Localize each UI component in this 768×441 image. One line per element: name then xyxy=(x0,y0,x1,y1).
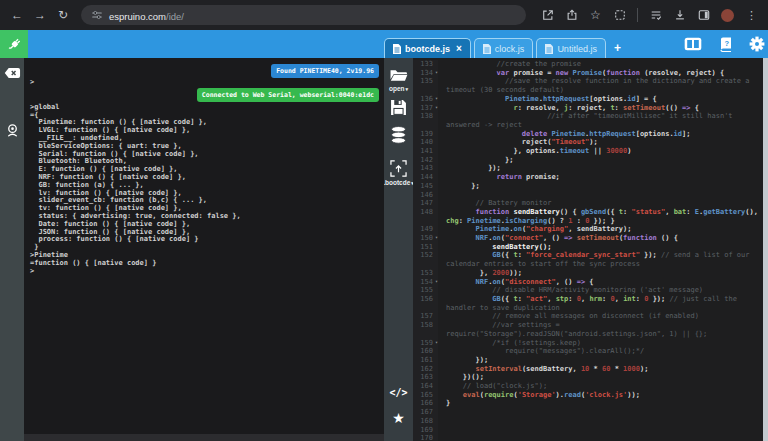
editor-vscrollbar[interactable] xyxy=(763,58,768,441)
split-view-icon[interactable] xyxy=(684,37,702,51)
code-editor[interactable]: 133 //create the promise134▾ var promise… xyxy=(413,58,768,441)
storage-icon[interactable] xyxy=(390,126,407,145)
line-number: 149 xyxy=(413,225,438,234)
line-number: 159▾ xyxy=(413,339,438,348)
reading-list-icon[interactable] xyxy=(649,9,662,22)
connect-button[interactable] xyxy=(0,30,28,58)
code-lines[interactable]: 133 //create the promise134▾ var promise… xyxy=(413,58,768,441)
line-number: 145 xyxy=(413,182,438,191)
browser-action-icons: ☆ ⋮ xyxy=(541,8,758,22)
line-number: 139 xyxy=(413,130,438,139)
file-icon xyxy=(393,44,401,54)
settings-gear-icon[interactable] xyxy=(749,36,765,52)
profile-avatar[interactable] xyxy=(721,9,734,22)
share-icon[interactable] xyxy=(565,9,578,22)
address-bar[interactable]: espruino.com/ide/ xyxy=(81,5,526,25)
code-line: 144 return promise; xyxy=(413,173,768,182)
line-number: 164 xyxy=(413,382,438,391)
line-number: 152 xyxy=(413,251,438,268)
console-line: =function () { [native code] } xyxy=(30,260,384,268)
tab-close-icon[interactable]: × xyxy=(456,43,462,54)
help-book-icon[interactable]: ? xyxy=(719,37,732,52)
fold-marker[interactable]: ▾ xyxy=(435,105,438,110)
code-line: 160 require("messages").clearAll();*/ xyxy=(413,347,768,356)
line-number: 134▾ xyxy=(413,69,438,78)
new-tab-button[interactable]: + xyxy=(614,41,621,55)
main-area: Found PINETIME40, 2v19.96 > Connected to… xyxy=(0,58,768,441)
code-line: 158 //var settings = require("Storage").… xyxy=(413,321,768,338)
menu-dots-icon[interactable]: ⋮ xyxy=(745,9,758,22)
line-number: 168 xyxy=(413,417,438,426)
code-line: 151 sendBattery(); xyxy=(413,243,768,252)
back-icon[interactable]: ← xyxy=(10,8,24,22)
flash-target-label[interactable]: .bootcde▾ xyxy=(383,179,414,186)
chevron-down-icon: ▾ xyxy=(406,86,409,92)
console-hscrollbar[interactable] xyxy=(24,434,384,441)
left-icon-strip xyxy=(0,58,24,441)
code-line: 136▾ Pinetime.httpRequest[options.id] = … xyxy=(413,95,768,104)
reload-icon[interactable]: ↻ xyxy=(56,8,70,22)
webcam-icon[interactable] xyxy=(5,123,20,138)
url-host: espruino.com xyxy=(109,11,166,22)
browser-toolbar: ← → ↻ espruino.com/ide/ ☆ ⋮ xyxy=(0,0,768,30)
url-path: /ide/ xyxy=(166,11,184,22)
line-number: 136▾ xyxy=(413,95,438,104)
code-line: 162 setInterval(sendBattery, 10 * 60 * 1… xyxy=(413,365,768,374)
line-number: 165 xyxy=(413,391,438,400)
line-number: 166 xyxy=(413,399,438,408)
line-number: 155 xyxy=(413,286,438,295)
code-line: 165 eval(require('Storage').read('clock.… xyxy=(413,391,768,400)
found-device-badge: Found PINETIME40, 2v19.96 xyxy=(271,64,379,78)
line-number: 142 xyxy=(413,156,438,165)
extension-icon[interactable] xyxy=(613,9,626,22)
file-icon xyxy=(545,44,553,54)
download-icon[interactable] xyxy=(673,9,686,22)
terminal-console[interactable]: Found PINETIME40, 2v19.96 > Connected to… xyxy=(24,58,384,441)
fold-marker[interactable]: ▾ xyxy=(435,279,438,284)
line-number: 137▾ xyxy=(413,104,438,113)
site-info-icon[interactable] xyxy=(91,9,103,21)
code-line: 159▾ /*if (!settings.keep) xyxy=(413,339,768,348)
code-line: 157 // remove all messages on disconnect… xyxy=(413,312,768,321)
line-number: 141 xyxy=(413,147,438,156)
fold-marker[interactable]: ▾ xyxy=(435,70,438,75)
fold-marker[interactable]: ▾ xyxy=(435,235,438,240)
code-line: 168 xyxy=(413,417,768,426)
tab-clock[interactable]: clock.js xyxy=(474,38,534,58)
line-number: 156 xyxy=(413,295,438,312)
code-line: 167 xyxy=(413,408,768,417)
code-line: 133 //create the promise xyxy=(413,60,768,69)
tab-bootcde[interactable]: bootcde.js × xyxy=(384,38,471,58)
line-number: 138 xyxy=(413,112,438,129)
line-number: 160 xyxy=(413,347,438,356)
fold-marker[interactable]: ▾ xyxy=(435,96,438,101)
connect-plug-icon xyxy=(6,36,23,53)
console-lines: >global={ Pinetime: function () { [nativ… xyxy=(30,104,384,276)
fold-marker[interactable]: ▾ xyxy=(435,340,438,345)
code-line: 146 xyxy=(413,191,768,200)
side-panel-icon[interactable] xyxy=(697,9,710,22)
code-line: 150▾ NRF.on("connect", () => setTimeout(… xyxy=(413,234,768,243)
code-line: 170 xyxy=(413,434,768,441)
save-icon[interactable] xyxy=(390,99,407,116)
code-line: 166} xyxy=(413,399,768,408)
badge-row: Connected to Web Serial, webserial:0040:… xyxy=(30,88,384,102)
connected-badge: Connected to Web Serial, webserial:0040:… xyxy=(197,88,379,102)
header-icons: ? xyxy=(684,30,765,58)
code-editor-icon[interactable]: </> xyxy=(389,387,407,398)
disconnect-icon[interactable] xyxy=(4,67,21,79)
flash-chip-icon[interactable] xyxy=(390,160,407,177)
code-line: 141 }, options.timeout || 30000) xyxy=(413,147,768,156)
tab-untitled[interactable]: Untitled.js xyxy=(536,38,606,58)
bookmark-star-icon[interactable]: ☆ xyxy=(589,9,602,22)
code-line: 155 // disable HRM/activity monitoring (… xyxy=(413,286,768,295)
open-in-new-icon[interactable] xyxy=(541,9,554,22)
forward-icon[interactable]: → xyxy=(33,8,47,22)
line-number: 158 xyxy=(413,321,438,338)
star-icon[interactable]: ★ xyxy=(392,411,405,425)
line-number: 147 xyxy=(413,199,438,208)
code-line: 148 function sendBattery() { gbSend({ t:… xyxy=(413,208,768,225)
open-folder-icon[interactable] xyxy=(389,68,408,83)
open-label[interactable]: open▾ xyxy=(389,85,408,92)
code-line: 138 //if after "timeoutMillisec" it stil… xyxy=(413,112,768,129)
